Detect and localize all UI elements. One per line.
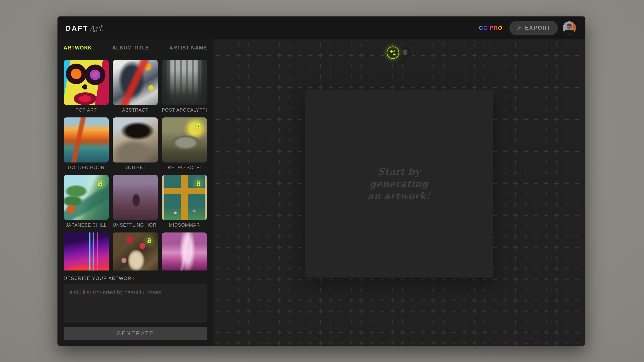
- app-body: ARTWORKALBUM TITLEARTIST NAME POP ARTABS…: [58, 39, 585, 346]
- desktop-background: DAFT Art GO PRO EXPORT ARTWORKALBUM: [0, 0, 644, 362]
- sidebar-tabs: ARTWORKALBUM TITLEARTIST NAME: [64, 39, 207, 56]
- export-button[interactable]: EXPORT: [509, 21, 558, 35]
- style-item-retro-sci-fi[interactable]: RETRO SCI-FI: [162, 117, 207, 171]
- canvas-empty-text: Start by generating an artwork!: [364, 166, 434, 203]
- download-icon: [516, 25, 522, 31]
- canvas-toolbar: [385, 45, 413, 60]
- style-thumbnail-golden-hour[interactable]: [64, 117, 109, 162]
- style-thumbnail-gothic[interactable]: [113, 117, 158, 162]
- generate-artwork-button[interactable]: [386, 46, 399, 59]
- delete-button[interactable]: [402, 49, 408, 56]
- header-actions: GO PRO EXPORT: [479, 21, 576, 35]
- artwork-canvas: Start by generating an artwork!: [305, 90, 493, 278]
- style-thumbnail-japanese-chill[interactable]: [64, 175, 109, 220]
- logo-daft-text: DAFT: [66, 24, 88, 32]
- trash-icon: [402, 49, 408, 56]
- style-item-gothic[interactable]: GOTHIC: [113, 117, 158, 171]
- describe-label: DESCRIBE YOUR ARTWORK: [64, 276, 207, 281]
- tab-artist-name[interactable]: ARTIST NAME: [170, 45, 207, 51]
- style-thumbnail-purple-road[interactable]: [162, 233, 207, 271]
- style-grid: POP ARTABSTRACTPOST APOCALYPTICGOLDEN HO…: [64, 60, 207, 271]
- style-label: JAPANESE CHILL: [64, 222, 109, 228]
- style-item-neon-city[interactable]: [64, 233, 109, 271]
- logo-art-text: Art: [88, 23, 103, 34]
- style-item-golden-hour[interactable]: GOLDEN HOUR: [64, 117, 109, 171]
- app-header: DAFT Art GO PRO EXPORT: [58, 16, 585, 39]
- canvas-area: Start by generating an artwork!: [213, 39, 585, 346]
- style-thumbnail-neon-city[interactable]: [64, 233, 109, 271]
- lock-icon: [93, 176, 108, 191]
- lock-icon: [191, 119, 206, 133]
- go-pro-link[interactable]: GO PRO: [479, 25, 502, 31]
- style-thumbnail-skull-roses[interactable]: [113, 233, 158, 271]
- sparkles-icon: [389, 49, 397, 57]
- style-thumbnail-abstract[interactable]: [113, 60, 158, 105]
- prompt-input[interactable]: [64, 284, 207, 323]
- style-label: POP ART: [64, 107, 109, 113]
- tab-album-title[interactable]: ALBUM TITLE: [112, 45, 149, 51]
- style-label: MIDSOMMAR: [162, 222, 207, 228]
- style-item-post-apocalyptic[interactable]: POST APOCALYPTIC: [162, 60, 207, 113]
- lock-icon: [142, 234, 156, 248]
- style-thumbnail-pop-art[interactable]: [64, 60, 109, 105]
- style-item-pop-art[interactable]: POP ART: [64, 60, 109, 113]
- style-item-japanese-chill[interactable]: JAPANESE CHILL: [64, 175, 109, 228]
- tab-artwork[interactable]: ARTWORK: [64, 45, 92, 51]
- lock-icon: [191, 176, 206, 191]
- style-item-skull-roses[interactable]: [113, 233, 158, 271]
- style-label: RETRO SCI-FI: [162, 165, 207, 171]
- style-item-purple-road[interactable]: [162, 233, 207, 271]
- style-label: POST APOCALYPTIC: [162, 107, 207, 113]
- generate-button[interactable]: GENERATE: [64, 327, 207, 340]
- app-logo: DAFT Art: [66, 23, 102, 33]
- style-item-unsettling-horror[interactable]: UNSETTLING HOR...: [113, 175, 158, 228]
- style-thumbnail-retro-sci-fi[interactable]: [162, 117, 207, 162]
- describe-section: DESCRIBE YOUR ARTWORK GENERATE: [64, 271, 207, 340]
- style-item-abstract[interactable]: ABSTRACT: [113, 60, 158, 113]
- style-thumbnail-post-apocalyptic[interactable]: [162, 60, 207, 105]
- app-window: DAFT Art GO PRO EXPORT ARTWORKALBUM: [58, 16, 585, 346]
- sidebar: ARTWORKALBUM TITLEARTIST NAME POP ARTABS…: [58, 39, 213, 346]
- style-item-midsommar[interactable]: MIDSOMMAR: [162, 175, 207, 228]
- avatar[interactable]: [563, 21, 576, 34]
- style-label: GOLDEN HOUR: [64, 165, 109, 171]
- style-thumbnail-midsommar[interactable]: [162, 175, 207, 220]
- style-label: ABSTRACT: [113, 107, 158, 113]
- style-thumbnail-unsettling-horror[interactable]: [113, 175, 158, 220]
- style-label: GOTHIC: [113, 165, 158, 171]
- style-label: UNSETTLING HOR...: [113, 222, 158, 228]
- export-button-label: EXPORT: [525, 25, 551, 31]
